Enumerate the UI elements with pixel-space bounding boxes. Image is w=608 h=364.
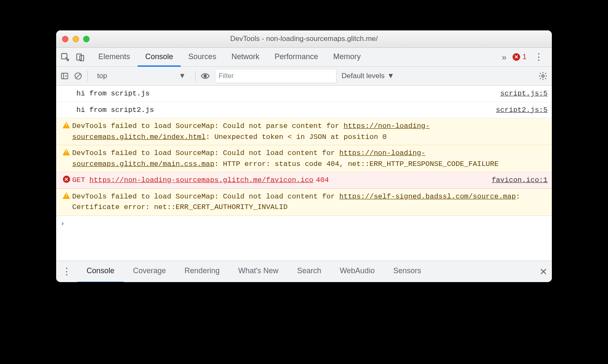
tab-label: Console bbox=[145, 52, 173, 61]
log-levels-select[interactable]: Default levels ▼ bbox=[342, 72, 394, 80]
window-controls bbox=[62, 36, 90, 42]
tab-sources[interactable]: Sources bbox=[181, 48, 224, 67]
warning-icon bbox=[60, 191, 72, 199]
console-warning-row: DevTools failed to load SourceMap: Could… bbox=[56, 145, 552, 172]
console-settings-icon[interactable] bbox=[538, 71, 548, 81]
error-count: 1 bbox=[523, 53, 527, 61]
prompt-chevron-icon: › bbox=[60, 219, 65, 228]
tab-label: What's New bbox=[238, 266, 278, 275]
titlebar: DevTools - non-loading-sourcemaps.glitch… bbox=[56, 30, 552, 48]
message-text: GET https://non-loading-sourcemaps.glitc… bbox=[72, 175, 486, 186]
devtools-tabs: Elements Console Sources Network Perform… bbox=[56, 48, 552, 67]
clear-console-icon[interactable] bbox=[74, 72, 82, 80]
tab-network[interactable]: Network bbox=[224, 48, 267, 67]
tab-label: Performance bbox=[274, 52, 318, 61]
console-error-row: ✕ GET https://non-loading-sourcemaps.gli… bbox=[56, 172, 552, 189]
console-log-row: hi from script.js script.js:5 bbox=[56, 86, 552, 102]
message-text: hi from script.js bbox=[72, 88, 494, 99]
tab-label: WebAudio bbox=[340, 266, 375, 275]
message-source-link[interactable]: favicon.ico:1 bbox=[491, 175, 548, 186]
message-text: DevTools failed to load SourceMap: Could… bbox=[72, 148, 548, 169]
tab-console[interactable]: Console bbox=[138, 48, 181, 67]
message-gutter bbox=[60, 105, 72, 106]
drawer-tabs: ⋮ Console Coverage Rendering What's New … bbox=[56, 261, 552, 282]
tab-label: Sensors bbox=[393, 266, 421, 275]
levels-label: Default levels bbox=[342, 72, 385, 80]
warning-icon bbox=[60, 148, 72, 155]
close-drawer-icon[interactable] bbox=[539, 267, 548, 276]
error-icon: ✕ bbox=[513, 53, 520, 61]
tab-label: Coverage bbox=[133, 266, 166, 275]
inspect-element-icon[interactable] bbox=[60, 52, 70, 62]
window-title: DevTools - non-loading-sourcemaps.glitch… bbox=[56, 35, 552, 43]
tab-label: Elements bbox=[98, 52, 130, 61]
tab-elements[interactable]: Elements bbox=[91, 48, 138, 67]
tab-performance[interactable]: Performance bbox=[267, 48, 326, 67]
divider bbox=[195, 71, 195, 81]
tab-label: Console bbox=[87, 266, 114, 275]
console-warning-row: DevTools failed to load SourceMap: Could… bbox=[56, 118, 552, 145]
devtools-window: DevTools - non-loading-sourcemaps.glitch… bbox=[56, 30, 552, 282]
divider bbox=[87, 71, 88, 81]
execution-context-select[interactable]: top ▼ bbox=[93, 72, 190, 80]
drawer-tab-sensors[interactable]: Sensors bbox=[384, 261, 430, 282]
device-toolbar-icon[interactable] bbox=[76, 52, 85, 62]
console-warning-row: DevTools failed to load SourceMap: Could… bbox=[56, 189, 552, 216]
console-prompt[interactable]: › bbox=[56, 216, 552, 231]
warning-icon bbox=[60, 121, 72, 128]
message-text: DevTools failed to load SourceMap: Could… bbox=[72, 121, 548, 142]
request-url-link[interactable]: https://non-loading-sourcemaps.glitch.me… bbox=[90, 176, 314, 184]
console-log-row: hi from script2.js script2.js:5 bbox=[56, 102, 552, 119]
context-name: top bbox=[97, 72, 107, 80]
zoom-window-button[interactable] bbox=[83, 36, 90, 42]
svg-rect-3 bbox=[62, 73, 68, 79]
tab-label: Search bbox=[297, 266, 321, 275]
svg-point-6 bbox=[542, 75, 544, 77]
message-source-link[interactable]: script2.js:5 bbox=[496, 105, 548, 116]
blank-area bbox=[56, 231, 552, 261]
toggle-sidebar-icon[interactable] bbox=[60, 72, 69, 80]
tab-label: Memory bbox=[333, 52, 361, 61]
message-text: DevTools failed to load SourceMap: Could… bbox=[72, 191, 548, 213]
drawer-menu-icon[interactable]: ⋮ bbox=[60, 266, 73, 277]
settings-menu-icon[interactable]: ⋮ bbox=[532, 52, 545, 62]
svg-point-5 bbox=[204, 74, 206, 77]
drawer-tab-rendering[interactable]: Rendering bbox=[175, 261, 229, 282]
message-source-link[interactable]: script.js:5 bbox=[500, 88, 548, 99]
drawer-tab-coverage[interactable]: Coverage bbox=[124, 261, 175, 282]
live-expression-icon[interactable] bbox=[201, 71, 210, 81]
minimize-window-button[interactable] bbox=[73, 36, 79, 42]
close-window-button[interactable] bbox=[62, 36, 68, 42]
drawer-tab-whats-new[interactable]: What's New bbox=[229, 261, 288, 282]
drawer-tab-console[interactable]: Console bbox=[77, 261, 124, 282]
tab-label: Sources bbox=[188, 52, 216, 61]
more-tabs-icon[interactable]: » bbox=[502, 52, 506, 62]
sourcemap-url-link[interactable]: https://self-signed.badssl.com/source.ma… bbox=[339, 193, 516, 201]
chevron-down-icon: ▼ bbox=[387, 72, 394, 80]
message-gutter bbox=[60, 88, 72, 89]
http-status: 404 bbox=[316, 176, 329, 184]
tab-memory[interactable]: Memory bbox=[326, 48, 368, 67]
console-filter-input[interactable] bbox=[215, 69, 337, 83]
drawer-tab-webaudio[interactable]: WebAudio bbox=[331, 261, 384, 282]
tab-label: Rendering bbox=[185, 266, 220, 275]
svg-rect-1 bbox=[77, 54, 81, 60]
message-text: hi from script2.js bbox=[72, 105, 490, 116]
console-toolbar: top ▼ Default levels ▼ bbox=[56, 67, 552, 86]
error-count-badge[interactable]: ✕ 1 bbox=[513, 53, 527, 61]
console-messages: hi from script.js script.js:5 hi from sc… bbox=[56, 86, 552, 261]
http-method: GET bbox=[72, 176, 85, 184]
drawer-tab-search[interactable]: Search bbox=[288, 261, 331, 282]
chevron-down-icon: ▼ bbox=[179, 72, 186, 80]
tab-label: Network bbox=[231, 52, 259, 61]
error-icon: ✕ bbox=[60, 175, 72, 183]
